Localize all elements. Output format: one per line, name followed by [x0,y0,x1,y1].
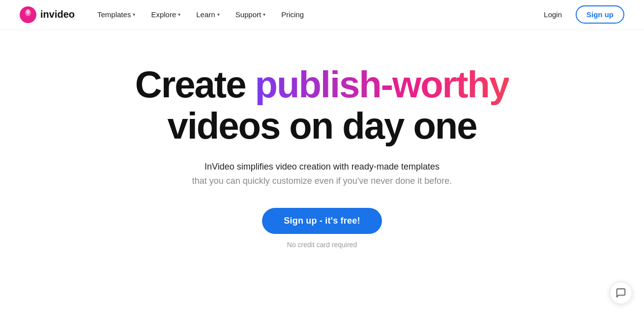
nav-item-templates[interactable]: Templates ▾ [90,6,142,23]
no-credit-card-text: No credit card required [287,241,357,249]
nav-item-explore[interactable]: Explore ▾ [144,6,187,23]
nav-item-support[interactable]: Support ▾ [229,6,273,23]
cta-signup-button[interactable]: Sign up - it's free! [262,208,381,234]
hero-subtitle-line1: InVideo simplifies video creation with r… [205,160,439,174]
login-button[interactable]: Login [538,6,568,23]
logo-text: invideo [40,9,75,20]
logo[interactable]: invideo [20,6,75,23]
hero-gradient-text: publish-worthy [255,63,509,105]
logo-icon [20,6,36,23]
nav-item-pricing[interactable]: Pricing [274,6,311,23]
chevron-down-icon: ▾ [178,12,180,17]
nav-links: Templates ▾ Explore ▾ Learn ▾ Support ▾ … [90,6,538,23]
hero-section: Create publish-worthy videos on day one … [0,29,644,278]
chevron-down-icon: ▾ [263,12,265,17]
signup-nav-button[interactable]: Sign up [576,5,624,24]
nav-item-learn[interactable]: Learn ▾ [189,6,226,23]
chevron-down-icon: ▾ [217,12,220,17]
hero-heading: Create publish-worthy videos on day one [135,64,509,146]
chat-widget-button[interactable] [610,282,632,304]
navbar: invideo Templates ▾ Explore ▾ Learn ▾ Su… [0,0,644,29]
hero-subtitle-line2: that you can quickly customize even if y… [192,174,452,188]
nav-right: Login Sign up [538,5,624,24]
svg-point-3 [27,9,30,14]
chevron-down-icon: ▾ [133,12,135,17]
chat-icon [615,287,626,298]
